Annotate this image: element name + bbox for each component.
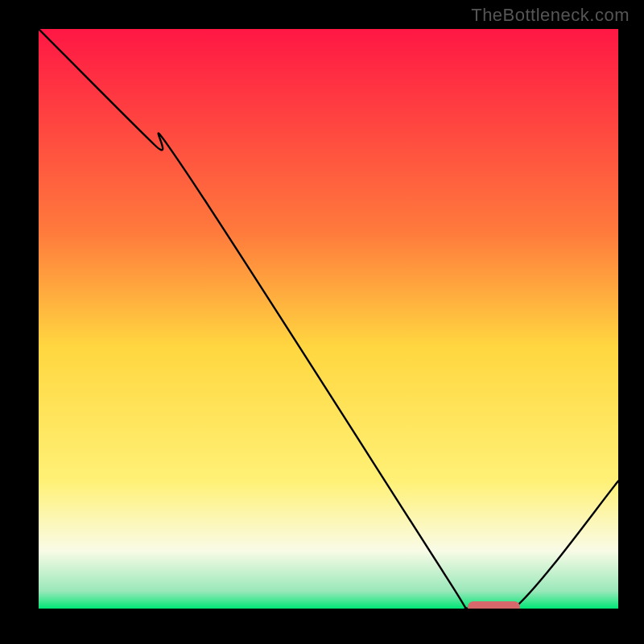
plot-area [39,29,618,609]
chart-frame: TheBottleneck.com [0,0,644,644]
watermark-text: TheBottleneck.com [471,5,630,26]
bottleneck-curve [39,29,618,609]
optimal-range-marker [468,601,520,609]
